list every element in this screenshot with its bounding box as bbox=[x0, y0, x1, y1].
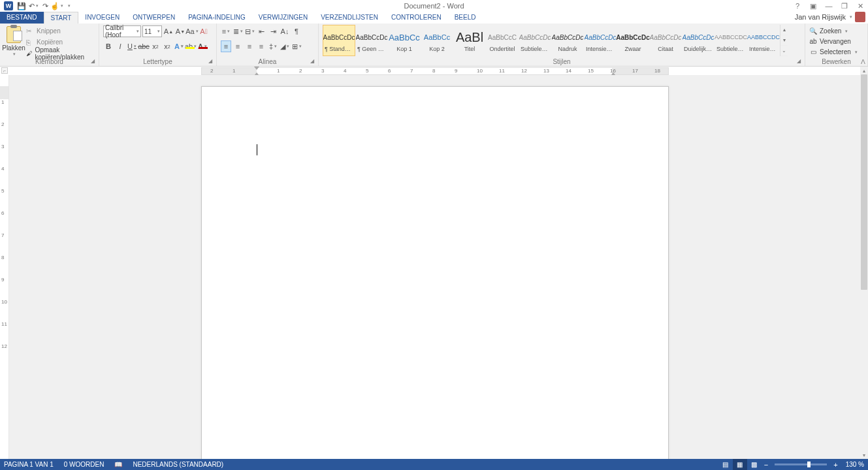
redo-button[interactable]: ↷ bbox=[39, 1, 51, 11]
change-case-button[interactable]: Aa▾ bbox=[187, 25, 197, 37]
font-launcher[interactable]: ◢ bbox=[208, 58, 215, 65]
subscript-button[interactable]: x2 bbox=[150, 40, 161, 52]
clipboard-launcher[interactable]: ◢ bbox=[91, 58, 97, 65]
tab-file[interactable]: BESTAND bbox=[0, 12, 44, 24]
scroll-up-button[interactable]: ▴ bbox=[860, 67, 868, 74]
grow-font-button[interactable]: A▲ bbox=[163, 25, 174, 37]
save-button[interactable]: 💾 bbox=[16, 1, 27, 11]
status-proofing-icon[interactable]: 📖 bbox=[114, 461, 122, 468]
customize-qat-button[interactable]: ▾ bbox=[63, 1, 74, 11]
find-button[interactable]: 🔍Zoeken▾ bbox=[809, 26, 863, 36]
zoom-in-button[interactable]: + bbox=[831, 461, 840, 469]
word-app-icon[interactable]: W bbox=[4, 1, 13, 10]
scroll-thumb[interactable] bbox=[861, 74, 867, 290]
font-name-combo[interactable]: Calibri (Hoof▾ bbox=[103, 25, 141, 37]
styles-launcher[interactable]: ◢ bbox=[797, 58, 803, 65]
ribbon-display-button[interactable]: ▣ bbox=[805, 0, 821, 12]
sort-button[interactable]: A↓ bbox=[280, 25, 290, 37]
minimize-button[interactable]: — bbox=[821, 0, 837, 12]
style-item[interactable]: AaBbCcCOndertitel bbox=[486, 25, 519, 56]
text-effects-button[interactable]: A▾ bbox=[174, 40, 184, 52]
zoom-slider-thumb[interactable] bbox=[807, 462, 811, 467]
align-right-button[interactable]: ≡ bbox=[244, 40, 255, 52]
highlight-color-button[interactable]: ab▾ bbox=[185, 40, 196, 52]
status-page[interactable]: PAGINA 1 VAN 1 bbox=[4, 461, 54, 468]
italic-button[interactable]: I bbox=[115, 40, 125, 52]
increase-indent-button[interactable]: ⇥ bbox=[268, 25, 278, 37]
styles-expand[interactable]: ⌄ bbox=[780, 46, 788, 56]
scroll-down-button[interactable]: ▾ bbox=[860, 451, 868, 459]
tab-pagina-indeling[interactable]: PAGINA-INDELING bbox=[182, 12, 252, 24]
tab-verwijzingen[interactable]: VERWIJZINGEN bbox=[252, 12, 314, 24]
font-size-combo[interactable]: 11▾ bbox=[142, 25, 162, 37]
undo-button[interactable]: ↶▾ bbox=[27, 1, 39, 11]
tab-selector[interactable]: ⌐ bbox=[1, 67, 8, 74]
zoom-level[interactable]: 130 % bbox=[846, 461, 864, 468]
vertical-scrollbar[interactable]: ▴ ▾ bbox=[860, 67, 868, 459]
paragraph-launcher[interactable]: ◢ bbox=[310, 58, 317, 65]
zoom-slider[interactable] bbox=[775, 463, 827, 465]
status-words[interactable]: 0 WOORDEN bbox=[64, 461, 104, 468]
decrease-indent-button[interactable]: ⇤ bbox=[256, 25, 266, 37]
select-button[interactable]: ▭Selecteren▾ bbox=[809, 47, 863, 57]
restore-button[interactable]: ❐ bbox=[837, 0, 852, 12]
line-spacing-button[interactable]: ‡▾ bbox=[268, 40, 278, 52]
tab-ontwerpen[interactable]: ONTWERPEN bbox=[126, 12, 182, 24]
close-button[interactable]: ✕ bbox=[852, 0, 868, 12]
paste-button[interactable]: Plakken ▾ bbox=[4, 25, 24, 58]
numbering-button[interactable]: ≣▾ bbox=[233, 25, 243, 37]
clear-formatting-button[interactable]: A⃠ bbox=[199, 25, 209, 37]
tab-controleren[interactable]: CONTROLEREN bbox=[385, 12, 448, 24]
touch-mode-button[interactable]: ☝▾ bbox=[51, 1, 63, 11]
show-marks-button[interactable]: ¶ bbox=[291, 25, 302, 37]
format-painter-button[interactable]: Opmaak kopiëren/plakken bbox=[26, 48, 95, 58]
cut-button[interactable]: Knippen bbox=[26, 26, 95, 36]
bold-button[interactable]: B bbox=[103, 40, 114, 52]
page[interactable] bbox=[201, 86, 669, 459]
replace-button[interactable]: abVervangen bbox=[809, 37, 863, 46]
align-center-button[interactable]: ≡ bbox=[233, 40, 243, 52]
style-item[interactable]: AaBbCcDcIntensieve… bbox=[584, 25, 617, 56]
shading-button[interactable]: ◢▾ bbox=[280, 40, 290, 52]
first-line-indent[interactable] bbox=[254, 67, 259, 70]
style-item[interactable]: AABBCCDCSubtiele v… bbox=[715, 25, 747, 56]
borders-button[interactable]: ⊞▾ bbox=[291, 40, 302, 52]
shrink-font-button[interactable]: A▼ bbox=[175, 25, 185, 37]
font-color-button[interactable]: A▾ bbox=[197, 40, 208, 52]
style-item[interactable]: AaBbCcDc¶ Standaard bbox=[323, 25, 355, 56]
align-left-button[interactable]: ≡ bbox=[221, 40, 231, 52]
print-layout-button[interactable]: ▦ bbox=[733, 459, 747, 470]
vertical-ruler[interactable]: 123456789101112 bbox=[0, 75, 9, 459]
zoom-out-button[interactable]: − bbox=[762, 461, 771, 469]
style-item[interactable]: AaBbCcDc¶ Geen afs… bbox=[355, 25, 388, 56]
style-item[interactable]: AaBbCcDcSubtiele b… bbox=[519, 25, 551, 56]
justify-button[interactable]: ≡ bbox=[256, 40, 266, 52]
user-area[interactable]: Jan van Rijswijk ▾ bbox=[795, 12, 865, 22]
help-button[interactable]: ? bbox=[790, 0, 805, 12]
styles-scroll-down[interactable]: ▾ bbox=[780, 35, 788, 46]
style-item[interactable]: AaBbCcDcDuidelijk c… bbox=[682, 25, 715, 56]
style-item[interactable]: AABBCCDCIntensieve… bbox=[747, 25, 780, 56]
tab-beeld[interactable]: BEELD bbox=[448, 12, 483, 24]
style-item[interactable]: AaBbCcDcZwaar bbox=[617, 25, 649, 56]
strikethrough-button[interactable]: abc bbox=[138, 40, 149, 52]
style-item[interactable]: AaBbCcKop 1 bbox=[388, 25, 421, 56]
tab-invoegen[interactable]: INVOEGEN bbox=[78, 12, 126, 24]
style-item[interactable]: AaBbCcDcNadruk bbox=[551, 25, 584, 56]
underline-button[interactable]: U▾ bbox=[127, 40, 137, 52]
user-avatar[interactable] bbox=[855, 12, 865, 22]
horizontal-ruler[interactable]: 21123456789101112131415161718 bbox=[201, 67, 669, 75]
read-mode-button[interactable]: ▤ bbox=[718, 459, 733, 470]
tab-verzendlijsten[interactable]: VERZENDLIJSTEN bbox=[314, 12, 385, 24]
web-layout-button[interactable]: ▩ bbox=[747, 459, 762, 470]
status-language[interactable]: NEDERLANDS (STANDAARD) bbox=[133, 461, 223, 468]
tab-start[interactable]: START bbox=[44, 12, 79, 24]
scroll-track[interactable] bbox=[860, 74, 868, 451]
collapse-ribbon-button[interactable]: ᐱ bbox=[861, 58, 865, 65]
styles-scroll-up[interactable]: ▴ bbox=[780, 25, 788, 35]
style-item[interactable]: AaBlTitel bbox=[453, 25, 486, 56]
style-item[interactable]: AaBbCcDcCitaat bbox=[649, 25, 682, 56]
superscript-button[interactable]: x2 bbox=[162, 40, 172, 52]
bullets-button[interactable]: ≡▾ bbox=[221, 25, 231, 37]
style-item[interactable]: AaBbCcKop 2 bbox=[421, 25, 453, 56]
